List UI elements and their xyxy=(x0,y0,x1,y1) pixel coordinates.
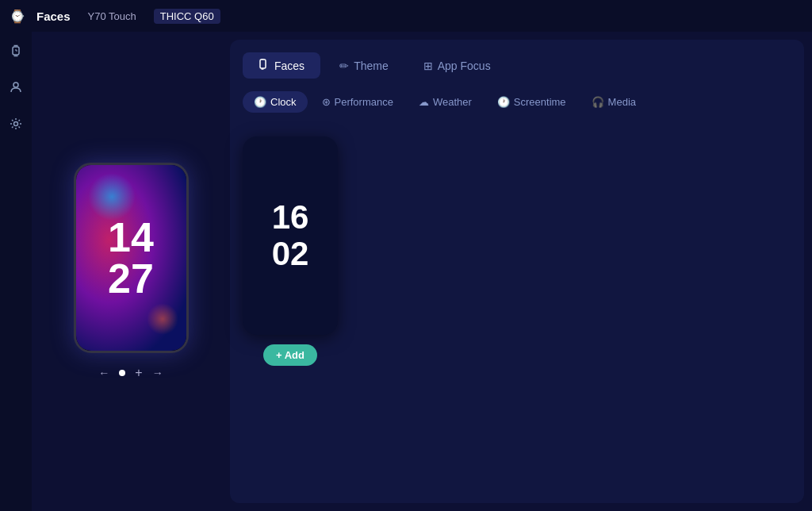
tab-faces[interactable]: Faces xyxy=(243,52,320,79)
subtab-screentime[interactable]: 🕐 Screentime xyxy=(486,91,577,113)
content-area: 14 27 ← + → xyxy=(32,32,812,511)
weather-subtab-icon: ☁ xyxy=(419,96,429,108)
theme-tab-icon: ✏ xyxy=(339,60,349,72)
right-panel: Faces ✏ Theme ⊞ App Focus 🕐 Clock ⊛ xyxy=(230,40,804,503)
screentime-subtab-icon: 🕐 xyxy=(497,96,510,108)
faces-tab-label: Faces xyxy=(274,60,304,72)
add-face-dot[interactable]: + xyxy=(135,366,142,380)
weather-subtab-label: Weather xyxy=(433,96,472,108)
watch-nav-icon[interactable] xyxy=(5,40,27,62)
performance-subtab-label: Performance xyxy=(335,96,393,108)
prev-arrow[interactable]: ← xyxy=(98,367,109,379)
main-layout: 14 27 ← + → xyxy=(0,32,812,511)
add-face-button[interactable]: + Add xyxy=(263,344,317,366)
subtab-clock[interactable]: 🕐 Clock xyxy=(243,91,308,113)
phone-background: 14 27 xyxy=(76,165,186,351)
topbar: ⌚ Faces Y70 Touch THICC Q60 xyxy=(0,0,812,32)
subtab-media[interactable]: 🎧 Media xyxy=(580,91,647,113)
phone-preview: 14 27 xyxy=(74,163,189,353)
media-subtab-label: Media xyxy=(608,96,636,108)
phone-preview-time: 14 27 xyxy=(108,217,154,299)
dot-active xyxy=(119,370,125,376)
theme-tab-label: Theme xyxy=(354,60,389,72)
appfocus-tab-icon: ⊞ xyxy=(423,60,433,72)
face-card-time: 16 02 xyxy=(272,199,309,272)
tab-theme[interactable]: ✏ Theme xyxy=(324,52,404,79)
navigation-dots: ← + → xyxy=(98,366,163,380)
profile-nav-icon[interactable] xyxy=(5,76,27,98)
sidebar xyxy=(0,32,32,511)
settings-nav-icon[interactable] xyxy=(5,113,27,135)
faces-display-area: 16 02 + Add xyxy=(243,129,791,490)
app-title: Faces xyxy=(36,10,71,23)
phone-minute: 27 xyxy=(108,258,154,299)
face-minute: 02 xyxy=(272,236,309,272)
face-card-clock[interactable]: 16 02 xyxy=(243,136,338,335)
appfocus-tab-label: App Focus xyxy=(438,60,491,72)
next-arrow[interactable]: → xyxy=(152,367,163,379)
left-panel: 14 27 ← + → xyxy=(32,32,230,511)
app-icon: ⌚ xyxy=(10,9,25,24)
svg-point-6 xyxy=(14,122,18,126)
device-thiccq60[interactable]: THICC Q60 xyxy=(154,9,220,24)
face-hour: 16 xyxy=(272,199,309,236)
tab-app-focus[interactable]: ⊞ App Focus xyxy=(408,52,507,79)
main-tabs: Faces ✏ Theme ⊞ App Focus xyxy=(243,52,791,79)
media-subtab-icon: 🎧 xyxy=(592,96,604,108)
clock-subtab-icon: 🕐 xyxy=(254,96,266,108)
device-y70touch[interactable]: Y70 Touch xyxy=(82,9,143,24)
svg-point-5 xyxy=(13,83,18,87)
clock-subtab-label: Clock xyxy=(270,96,297,108)
subtab-performance[interactable]: ⊛ Performance xyxy=(311,91,404,113)
svg-rect-7 xyxy=(260,60,266,68)
sub-tabs: 🕐 Clock ⊛ Performance ☁ Weather 🕐 Screen… xyxy=(243,91,791,113)
subtab-weather[interactable]: ☁ Weather xyxy=(408,91,483,113)
faces-tab-icon xyxy=(259,59,270,72)
performance-subtab-icon: ⊛ xyxy=(322,96,331,108)
screentime-subtab-label: Screentime xyxy=(514,96,566,108)
phone-hour: 14 xyxy=(108,217,154,258)
